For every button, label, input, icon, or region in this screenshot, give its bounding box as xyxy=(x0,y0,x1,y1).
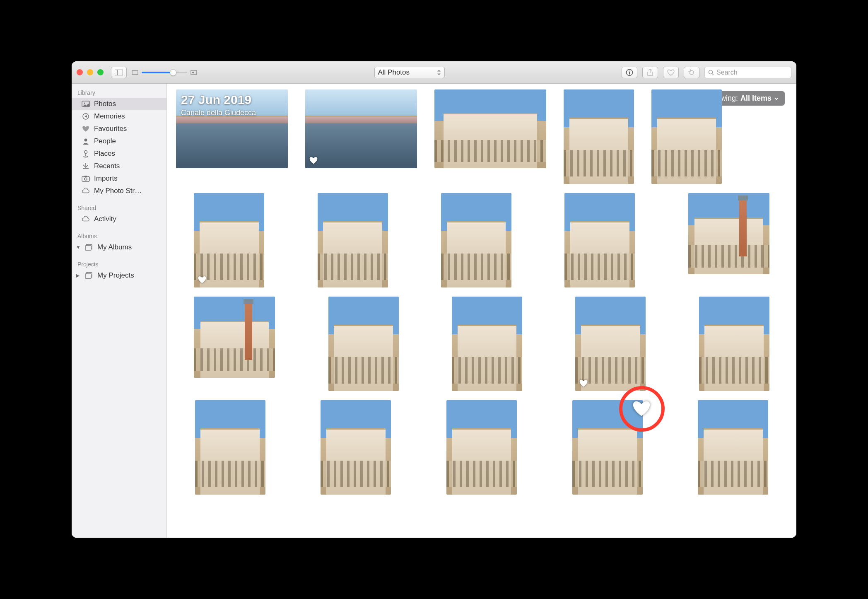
svg-point-8 xyxy=(709,70,713,74)
photo-thumbnail[interactable] xyxy=(452,297,522,391)
sidebar-item-my-albums[interactable]: ▼ My Albums xyxy=(72,241,166,254)
moment-date: 27 Jun 2019 xyxy=(181,93,256,107)
svg-rect-18 xyxy=(82,176,89,181)
photo-thumbnail[interactable] xyxy=(651,89,722,184)
sidebar-item-activity[interactable]: Activity xyxy=(72,213,166,225)
svg-point-6 xyxy=(629,70,630,71)
cloud-icon xyxy=(82,216,90,222)
sidebar-item-places[interactable]: Places xyxy=(72,147,166,160)
sidebar-item-people[interactable]: People xyxy=(72,135,166,147)
svg-rect-2 xyxy=(132,70,138,75)
svg-point-19 xyxy=(84,178,87,180)
sidebar-item-label: Favourites xyxy=(94,125,127,133)
sidebar-toggle-button[interactable] xyxy=(111,67,127,78)
sidebar-item-favourites[interactable]: Favourites xyxy=(72,123,166,135)
info-icon xyxy=(626,69,633,76)
titlebar: All Photos Search xyxy=(72,61,796,84)
sidebar-header-shared: Shared xyxy=(72,202,166,213)
photo-thumbnail[interactable] xyxy=(318,193,388,287)
sidebar-item-photo-stream[interactable]: My Photo Str… xyxy=(72,185,166,197)
photo-thumbnail[interactable] xyxy=(699,297,769,391)
svg-rect-7 xyxy=(629,72,630,74)
disclosure-triangle-right-icon[interactable]: ▶ xyxy=(76,273,81,278)
zoom-control[interactable] xyxy=(132,70,197,75)
sidebar-item-recents[interactable]: Recents xyxy=(72,160,166,172)
photo-thumbnail[interactable] xyxy=(305,89,417,168)
minimize-window-button[interactable] xyxy=(87,69,93,75)
photo-thumbnail[interactable] xyxy=(194,297,275,378)
sidebar-item-label: Memories xyxy=(94,112,125,121)
svg-line-9 xyxy=(712,73,714,75)
svg-point-16 xyxy=(84,156,88,157)
zoom-out-icon xyxy=(132,70,138,75)
window-controls xyxy=(77,69,104,75)
search-placeholder: Search xyxy=(716,69,738,76)
sidebar-item-label: Activity xyxy=(94,215,116,223)
svg-point-13 xyxy=(84,139,87,142)
moment-location: Canale della Giudecca xyxy=(181,109,256,117)
photo-thumbnail[interactable] xyxy=(194,193,264,287)
svg-rect-4 xyxy=(192,72,194,73)
disclosure-triangle-down-icon[interactable]: ▼ xyxy=(76,244,81,250)
select-arrows-icon xyxy=(437,69,441,76)
rotate-icon xyxy=(688,69,695,76)
sidebar-item-label: My Projects xyxy=(97,271,134,280)
annotation-heart-icon xyxy=(631,399,652,418)
favourite-badge-icon xyxy=(579,379,588,388)
sidebar-header-library: Library xyxy=(72,87,166,98)
search-field[interactable]: Search xyxy=(704,67,791,78)
sidebar: Library Photos Memories Favourites Peopl… xyxy=(72,84,167,538)
recents-icon xyxy=(82,162,90,170)
project-icon xyxy=(85,272,93,279)
svg-point-11 xyxy=(84,103,85,104)
photo-thumbnail[interactable] xyxy=(328,297,399,391)
photo-grid-area: 27 Jun 2019 Canale della Giudecca Showin… xyxy=(167,84,796,538)
favourite-badge-icon xyxy=(309,156,318,165)
photo-thumbnail[interactable] xyxy=(321,400,391,495)
photo-thumbnail[interactable] xyxy=(434,89,546,168)
rotate-button[interactable] xyxy=(684,67,699,78)
favourite-button[interactable] xyxy=(663,67,679,78)
album-icon xyxy=(85,244,93,251)
photo-thumbnail[interactable] xyxy=(441,193,511,287)
photo-thumbnail[interactable] xyxy=(564,193,635,287)
imports-icon xyxy=(82,175,90,182)
memories-icon xyxy=(82,113,90,120)
moment-header[interactable]: 27 Jun 2019 Canale della Giudecca xyxy=(181,93,256,117)
close-window-button[interactable] xyxy=(77,69,83,75)
sidebar-item-label: Recents xyxy=(94,162,120,170)
zoom-slider-track[interactable] xyxy=(142,72,187,73)
share-button[interactable] xyxy=(642,67,658,78)
sidebar-icon xyxy=(115,70,123,75)
photo-thumbnail[interactable] xyxy=(698,400,768,495)
photo-thumbnail[interactable] xyxy=(688,193,769,274)
sidebar-item-photos[interactable]: Photos xyxy=(72,98,166,110)
svg-rect-0 xyxy=(115,70,123,75)
info-button[interactable] xyxy=(622,67,637,78)
people-icon xyxy=(82,138,90,145)
view-filter-select[interactable]: All Photos xyxy=(374,67,445,78)
sidebar-item-label: My Albums xyxy=(97,243,132,251)
sidebar-item-label: People xyxy=(94,137,116,145)
view-filter-label: All Photos xyxy=(378,68,410,77)
photo-thumbnail[interactable] xyxy=(564,89,634,184)
photos-icon xyxy=(82,101,90,107)
share-icon xyxy=(647,69,653,76)
fullscreen-window-button[interactable] xyxy=(97,69,104,75)
zoom-slider-knob[interactable] xyxy=(170,69,176,76)
svg-rect-24 xyxy=(85,274,91,278)
sidebar-item-label: Photos xyxy=(94,100,116,108)
sidebar-item-my-projects[interactable]: ▶ My Projects xyxy=(72,269,166,282)
heart-icon xyxy=(667,69,675,76)
sidebar-header-projects: Projects xyxy=(72,258,166,269)
search-icon xyxy=(708,70,714,75)
svg-rect-22 xyxy=(85,246,91,250)
photo-thumbnail[interactable] xyxy=(446,400,517,495)
sidebar-item-label: Places xyxy=(94,150,115,158)
zoom-in-icon xyxy=(190,70,197,75)
sidebar-item-imports[interactable]: Imports xyxy=(72,172,166,185)
photo-thumbnail[interactable] xyxy=(575,297,646,391)
photo-thumbnail[interactable] xyxy=(195,400,265,495)
sidebar-item-memories[interactable]: Memories xyxy=(72,110,166,123)
svg-point-14 xyxy=(84,151,87,154)
